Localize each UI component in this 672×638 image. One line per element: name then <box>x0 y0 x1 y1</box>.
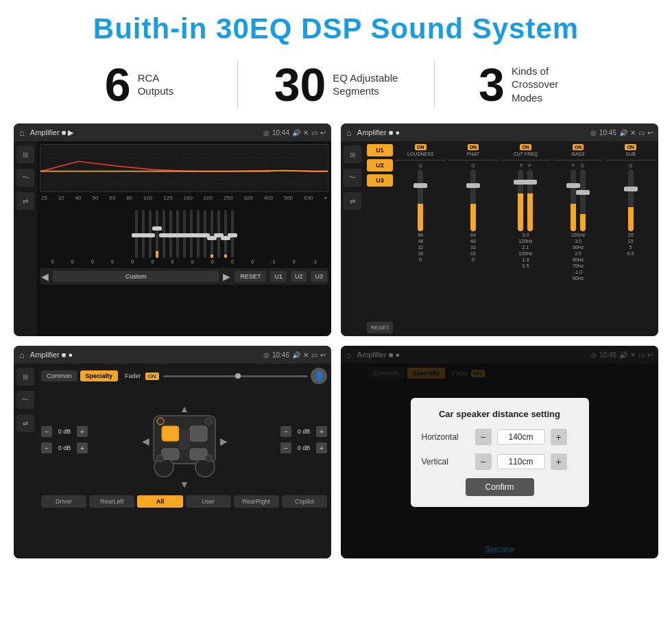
svg-rect-7 <box>162 426 179 441</box>
user-btn[interactable]: User <box>186 495 231 508</box>
db-plus-right-bot[interactable]: + <box>316 442 327 453</box>
fader-on-badge[interactable]: ON <box>145 373 159 380</box>
eq-slider-4[interactable] <box>156 210 158 258</box>
spk-common-tab[interactable]: Common <box>41 370 77 381</box>
loudness-slider[interactable] <box>418 169 423 231</box>
rearright-btn[interactable]: RearRight <box>234 495 279 508</box>
eq-slider-12[interactable] <box>211 210 213 258</box>
vertical-plus[interactable]: + <box>551 453 567 470</box>
bass-slider-2[interactable] <box>580 169 586 231</box>
amp-preset-u3[interactable]: U3 <box>367 174 393 187</box>
eq-sidebar-icon-2[interactable]: 〜 <box>16 169 34 187</box>
cutfreq-slider-1[interactable] <box>518 169 523 231</box>
eq-custom-btn[interactable]: Custom <box>53 271 219 282</box>
eq-slider-11[interactable] <box>204 210 206 258</box>
eq-slider-9[interactable] <box>190 210 193 258</box>
driver-btn[interactable]: Driver <box>41 495 86 508</box>
eq-prev-btn[interactable]: ◀ <box>41 271 49 282</box>
window-icon-2[interactable]: ▭ <box>638 129 645 137</box>
db-minus-right-top[interactable]: − <box>280 426 291 437</box>
amp-sidebar-icon-3[interactable]: ⇄ <box>344 192 361 210</box>
eq-slider-10[interactable] <box>197 210 200 258</box>
confirm-button[interactable]: Confirm <box>466 478 534 496</box>
car-diagram-svg: ▲ ▼ ◀ ▶ <box>140 388 229 491</box>
db-val-right-top: 0 dB <box>293 428 314 435</box>
eq-sidebar-icon-3[interactable]: ⇄ <box>16 192 34 210</box>
vertical-minus[interactable]: − <box>475 453 492 470</box>
window-icon[interactable]: ▭ <box>311 129 317 137</box>
sub-on-badge[interactable]: ON <box>625 144 636 150</box>
close-icon[interactable]: ✕ <box>303 129 309 137</box>
home-icon[interactable]: ⌂ <box>19 128 25 138</box>
eq-u3-btn[interactable]: U3 <box>311 271 327 282</box>
back-icon-2[interactable]: ↩ <box>647 129 653 137</box>
close-icon-3[interactable]: ✕ <box>303 351 309 359</box>
phat-slider[interactable] <box>470 169 476 231</box>
amp-sidebar-icon-1[interactable]: ⊞ <box>344 145 361 163</box>
rearleft-btn[interactable]: RearLeft <box>89 495 134 508</box>
eq-slider-3[interactable] <box>149 210 152 258</box>
spk-sidebar-icon-1[interactable]: ⊞ <box>16 368 34 386</box>
eq-slider-8[interactable] <box>183 210 186 258</box>
loudness-on-badge[interactable]: ON <box>415 144 427 150</box>
sub-slider[interactable] <box>628 169 634 231</box>
volume-icon: 🔊 <box>292 129 300 137</box>
spk-sidebar-icon-3[interactable]: ⇄ <box>16 414 34 432</box>
horizontal-plus[interactable]: + <box>551 429 567 445</box>
db-plus-left-bot[interactable]: + <box>77 442 88 453</box>
bass-slider-1[interactable] <box>571 169 576 231</box>
db-minus-left-bot[interactable]: − <box>41 442 52 453</box>
phat-on-badge[interactable]: ON <box>468 144 479 150</box>
fader-track[interactable] <box>163 375 308 377</box>
eq-slider-5[interactable] <box>163 210 165 258</box>
window-icon-3[interactable]: ▭ <box>311 351 317 359</box>
db-minus-left-top[interactable]: − <box>41 426 52 437</box>
svg-rect-9 <box>162 449 179 460</box>
distance-dialog: Car speaker distance setting Horizontal … <box>411 398 589 507</box>
screen1-title: Amplifier ■ ▶ <box>30 128 258 137</box>
eq-slider-13[interactable] <box>217 210 220 258</box>
spk-sidebar-icon-2[interactable]: 〜 <box>16 391 34 409</box>
db-plus-right-top[interactable]: + <box>316 426 327 437</box>
right-db-controls: − 0 dB + − 0 dB + <box>280 426 327 453</box>
bass-on-badge[interactable]: ON <box>573 144 584 150</box>
user-profile-icon[interactable]: 👤 <box>311 368 327 384</box>
eq-u1-btn[interactable]: U1 <box>270 271 287 282</box>
home-icon-2[interactable]: ⌂ <box>346 128 352 138</box>
svg-point-13 <box>205 418 212 425</box>
amp-channels: ON LOUDNESS G 64 48 <box>396 144 656 333</box>
svg-point-12 <box>157 418 164 425</box>
spk-sidebar: ⊞ 〜 ⇄ <box>14 364 37 558</box>
db-plus-left-top[interactable]: + <box>77 426 88 437</box>
eq-slider-6[interactable] <box>169 210 172 258</box>
eq-slider-14[interactable] <box>224 210 227 258</box>
cutfreq-slider-2[interactable] <box>527 169 533 231</box>
close-icon-2[interactable]: ✕ <box>630 129 636 137</box>
copilot-btn[interactable]: Copilot <box>282 495 327 508</box>
spk-specialty-tab[interactable]: Specialty <box>80 370 119 381</box>
amp-preset-u1[interactable]: U1 <box>367 144 393 156</box>
eq-slider-7[interactable] <box>176 210 179 258</box>
back-icon-3[interactable]: ↩ <box>320 351 326 359</box>
fader-thumb[interactable] <box>235 373 241 379</box>
home-icon-3[interactable]: ⌂ <box>19 350 25 360</box>
screen2-time: 10:45 <box>599 129 616 137</box>
eq-slider-1[interactable] <box>135 210 138 258</box>
eq-reset-btn[interactable]: RESET <box>235 271 266 282</box>
eq-sidebar-icon-1[interactable]: ⊞ <box>16 145 34 163</box>
amp-preset-u2[interactable]: U2 <box>367 159 393 172</box>
screen1-icons: ◎ 10:44 🔊 ✕ ▭ ↩ <box>263 129 326 137</box>
cutfreq-on-badge[interactable]: ON <box>520 144 531 150</box>
all-btn[interactable]: All <box>137 495 182 508</box>
eq-next-btn[interactable]: ▶ <box>223 271 230 282</box>
screen2-icons: ◎ 10:45 🔊 ✕ ▭ ↩ <box>590 129 653 137</box>
back-icon[interactable]: ↩ <box>320 129 326 137</box>
eq-slider-2[interactable] <box>142 210 145 258</box>
horizontal-minus[interactable]: − <box>475 429 492 445</box>
eq-slider-15[interactable] <box>231 210 234 258</box>
amp-sidebar-icon-2[interactable]: 〜 <box>344 169 361 187</box>
db-ctrl-right-bot: − 0 dB + <box>280 442 327 453</box>
eq-u2-btn[interactable]: U2 <box>291 271 307 282</box>
db-minus-right-bot[interactable]: − <box>280 442 291 453</box>
amp-reset-btn[interactable]: RESET <box>367 322 393 333</box>
